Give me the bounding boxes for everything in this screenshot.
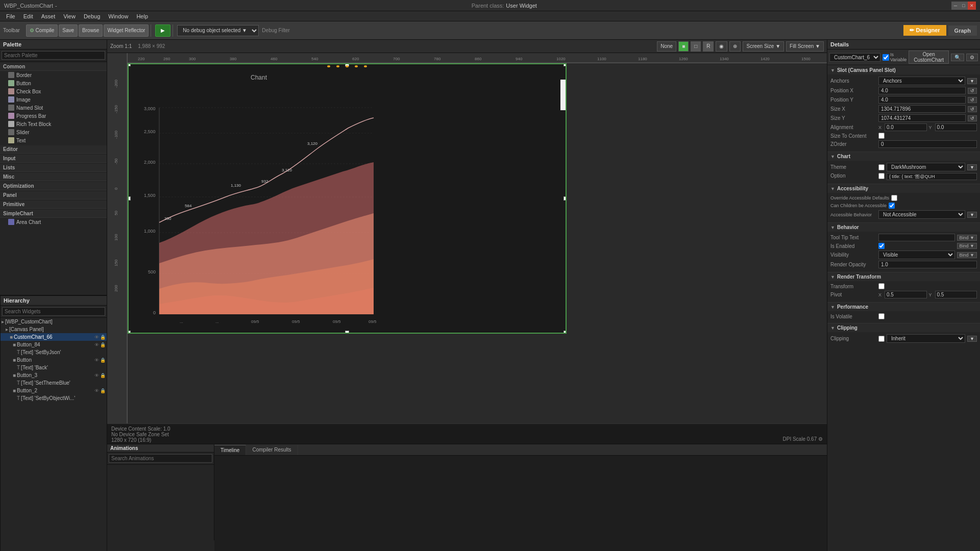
- size-y-reset[interactable]: ↺: [968, 115, 977, 121]
- palette-item-image[interactable]: Image: [0, 95, 107, 104]
- color-btn-1[interactable]: ■: [678, 41, 689, 52]
- theme-select[interactable]: DarkMushroom: [887, 163, 965, 171]
- handle-bm[interactable]: [345, 331, 349, 334]
- palette-item-text[interactable]: Text: [0, 136, 107, 144]
- accessible-behavior-expand[interactable]: ▼: [967, 212, 977, 218]
- hier-lock-icon-5[interactable]: 🔒: [100, 388, 106, 393]
- visibility-bind-button[interactable]: Bind ▼: [957, 252, 977, 258]
- position-x-input[interactable]: [878, 87, 966, 94]
- chart-section-header[interactable]: ▼ Chart: [827, 152, 980, 161]
- widget-reflector-button[interactable]: Widget Reflector: [104, 24, 149, 37]
- compile-button[interactable]: ⚙ Compile: [26, 24, 58, 37]
- hier-item-canvas[interactable]: ▸ [Canvas Panel]: [1, 325, 107, 333]
- accessible-behavior-select[interactable]: Not Accessible: [878, 210, 965, 219]
- visibility-select[interactable]: Visible: [878, 251, 955, 259]
- menu-window[interactable]: Window: [104, 11, 132, 21]
- fill-screen-button[interactable]: Fill Screen ▼: [786, 41, 824, 52]
- hier-item-customchart[interactable]: ■ CustomChart_66 👁 🔒: [1, 333, 107, 341]
- option-input[interactable]: [887, 173, 977, 180]
- transform-checkbox[interactable]: [878, 283, 885, 289]
- menu-edit[interactable]: Edit: [19, 11, 37, 21]
- compiler-results-tab[interactable]: Compiler Results: [246, 445, 298, 455]
- hier-item-text-setbyjson[interactable]: T [Text] 'SetByJson': [1, 348, 107, 356]
- browse-button[interactable]: Browse: [79, 24, 103, 37]
- hier-eye-icon-4[interactable]: 👁: [94, 373, 99, 378]
- hier-item-button3[interactable]: ■ Button_3 👁 🔒: [1, 371, 107, 379]
- hier-item-text-sbowc[interactable]: T [Text] 'SetByObjectWi...': [1, 394, 107, 402]
- palette-search-input[interactable]: [2, 51, 105, 60]
- hier-item-text-back[interactable]: T [Text] 'Back': [1, 364, 107, 371]
- maximize-button[interactable]: □: [960, 2, 968, 10]
- position-y-input[interactable]: [878, 96, 966, 104]
- clipping-section-header[interactable]: ▼ Clipping: [827, 323, 980, 332]
- can-children-checkbox[interactable]: [889, 203, 895, 209]
- animations-search-input[interactable]: [109, 454, 212, 463]
- hier-lock-icon[interactable]: 🔒: [100, 335, 106, 340]
- is-enabled-bind-button[interactable]: Bind ▼: [957, 243, 977, 249]
- hier-eye-icon-3[interactable]: 👁: [94, 358, 99, 363]
- is-volatile-checkbox[interactable]: [878, 313, 885, 319]
- palette-item-checkbox[interactable]: Check Box: [0, 87, 107, 95]
- viewport-btn-extra2[interactable]: ⊕: [729, 41, 741, 52]
- menu-help[interactable]: Help: [132, 11, 152, 21]
- is-variable-checkbox[interactable]: [883, 54, 889, 61]
- size-to-content-checkbox[interactable]: [878, 133, 885, 139]
- alignment-x-input[interactable]: [885, 123, 927, 131]
- hier-eye-icon[interactable]: 👁: [94, 335, 99, 340]
- menu-asset[interactable]: Asset: [37, 11, 60, 21]
- palette-item-slider[interactable]: Slider: [0, 128, 107, 136]
- hier-lock-icon-3[interactable]: 🔒: [100, 358, 106, 363]
- menu-view[interactable]: View: [59, 11, 80, 21]
- palette-item-richtextblock[interactable]: Rich Text Block: [0, 120, 107, 128]
- graph-mode-button[interactable]: Graph: [948, 26, 977, 36]
- close-button[interactable]: ✕: [968, 2, 976, 10]
- palette-item-button[interactable]: Button: [0, 79, 107, 87]
- position-y-reset[interactable]: ↺: [968, 97, 977, 103]
- hier-lock-icon-4[interactable]: 🔒: [100, 373, 106, 378]
- play-button[interactable]: ▶: [155, 24, 170, 37]
- performance-section-header[interactable]: ▼ Performance: [827, 302, 980, 311]
- render-transform-section-header[interactable]: ▼ Render Transform: [827, 272, 980, 281]
- anchors-expand-button[interactable]: ▼: [967, 78, 977, 84]
- hier-item-button2[interactable]: ■ Button_2 👁 🔒: [1, 387, 107, 394]
- pivot-x-input[interactable]: [885, 291, 927, 298]
- size-x-input[interactable]: [878, 105, 966, 113]
- tooltip-input[interactable]: [878, 234, 955, 241]
- pivot-y-input[interactable]: [935, 291, 977, 298]
- hier-eye-icon-5[interactable]: 👁: [94, 388, 99, 393]
- clipping-checkbox[interactable]: [878, 336, 885, 342]
- widget-name-select[interactable]: CustomChart_66: [829, 53, 880, 62]
- theme-checkbox[interactable]: [878, 164, 885, 170]
- debug-dropdown[interactable]: No debug object selected ▼: [177, 25, 259, 36]
- designer-mode-button[interactable]: ✏ Designer: [903, 25, 946, 36]
- override-checkbox[interactable]: [891, 195, 897, 201]
- color-btn-2[interactable]: □: [691, 41, 701, 52]
- hier-item-text-setthemeblue[interactable]: T [Text] 'SetThemeBlue': [1, 379, 107, 387]
- palette-item-areachart[interactable]: Area Chart: [0, 218, 107, 226]
- handle-ml[interactable]: [128, 196, 131, 201]
- behavior-section-header[interactable]: ▼ Behavior: [827, 222, 980, 232]
- save-button[interactable]: Save: [59, 24, 78, 37]
- search-details-button[interactable]: 🔍: [951, 54, 964, 61]
- gear-details-button[interactable]: ⚙: [966, 54, 978, 61]
- hierarchy-search-input[interactable]: [2, 307, 105, 316]
- minimize-button[interactable]: ─: [951, 2, 960, 10]
- timeline-tab[interactable]: Timeline: [214, 445, 246, 455]
- option-checkbox[interactable]: [878, 173, 885, 179]
- clipping-expand[interactable]: ▼: [967, 336, 977, 342]
- clipping-select[interactable]: Inherit: [887, 334, 965, 343]
- theme-expand[interactable]: ▼: [967, 164, 977, 170]
- hier-item-wbp[interactable]: ▸ [WBP_CustomChart]: [1, 318, 107, 325]
- hier-lock-icon-2[interactable]: 🔒: [100, 342, 106, 347]
- palette-item-progressbar[interactable]: Progress Bar: [0, 112, 107, 120]
- render-opacity-input[interactable]: [878, 261, 977, 268]
- slot-section-header[interactable]: ▼ Slot (Canvas Panel Slot): [827, 65, 980, 74]
- handle-mr[interactable]: [564, 196, 567, 201]
- hier-item-button[interactable]: ■ Button 👁 🔒: [1, 356, 107, 364]
- setthemeblue-button[interactable]: SetThemeBlue: [560, 80, 567, 110]
- handle-br[interactable]: [564, 331, 567, 334]
- size-x-reset[interactable]: ↺: [968, 106, 977, 112]
- is-enabled-checkbox[interactable]: [878, 243, 885, 249]
- accessibility-section-header[interactable]: ▼ Accessibility: [827, 184, 980, 193]
- menu-file[interactable]: File: [2, 11, 19, 21]
